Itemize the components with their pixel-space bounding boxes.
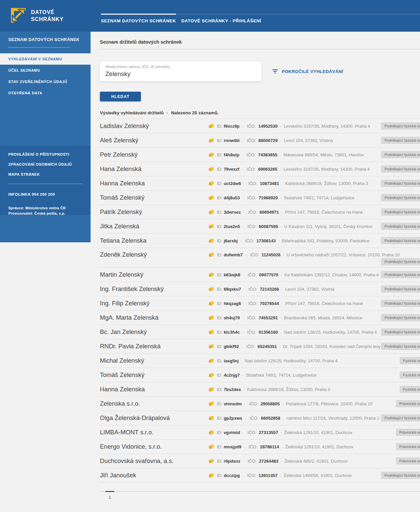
logo[interactable]: DATOVÉ SCHRÁNKY <box>10 7 64 25</box>
separator-dot: · <box>280 315 281 320</box>
ico-value: 28786114 <box>260 444 279 449</box>
sidebar-item-ucel-seznamu[interactable]: ÚČEL SEZNAMU <box>0 65 91 76</box>
id-value: vgvimid <box>224 430 240 435</box>
holder-address: náměstí Míru 117/16, Vinohrady, 12000, P… <box>286 416 379 421</box>
result-row[interactable]: Olga Želenská-Drápalová ID: gp2pxws · IČ… <box>100 411 420 425</box>
entity-type-badge: Podnikající fyzická osoba <box>381 180 420 187</box>
holder-details: ID: 3dwrsez · IČO: 60694971 · Příční 147… <box>209 210 363 215</box>
result-row[interactable]: Tomáš Zelenský ID: 4c2njg7 · Stolařská 7… <box>100 368 420 382</box>
databox-icon <box>209 373 214 377</box>
pagination-page-1[interactable]: 1 <box>105 495 114 500</box>
result-row[interactable]: Patrik Zelenský ID: 3dwrsez · IČO: 60694… <box>100 205 420 219</box>
holder-address: Levského 3197/35, Modřany, 14300, Praha … <box>283 167 370 172</box>
result-row[interactable]: Zdeněk Zelenský ID: dufwmb7 · IČO: 11245… <box>100 248 420 268</box>
entity-type-badge: Podnikající fyzická osoba <box>381 314 420 321</box>
result-row[interactable]: Bc. Jan Zelenský ID: ktc3h4c · IČO: 0135… <box>100 325 420 339</box>
databox-icon <box>209 430 214 435</box>
result-row[interactable]: Ing. František Zelenský ID: 69qxku7 · IČ… <box>100 282 420 296</box>
result-row[interactable]: Energo Vidonice, s.r.o. ID: mnsjyd9 · IČ… <box>100 440 420 454</box>
sidebar-item-stav-zverejnenych-udaju[interactable]: STAV ZVEŘEJNĚNÝCH ÚDAJŮ <box>0 76 91 87</box>
result-row[interactable]: MgA. Marta Zelenská ID: sh4uj79 · IČO: 7… <box>100 311 420 325</box>
id-label: ID: <box>217 416 222 421</box>
advanced-search-link[interactable]: POKROČILÉ VYHLEDÁVÁNÍ <box>272 69 343 74</box>
holder-details: ID: r9pdsnz · IČO: 27264483 · Želénská 4… <box>209 459 348 464</box>
result-row[interactable]: Zelenska s.r.o. ID: vtnnxdm · IČO: 29058… <box>100 397 420 411</box>
id-value: dcczipg <box>224 473 240 478</box>
holder-address: U vršovického nádraží 1057/22, Vršovice,… <box>286 252 399 257</box>
result-row[interactable]: LIMBA-MONT s.r.o. ID: vgvimid · IČO: 273… <box>100 425 420 440</box>
result-row[interactable]: Ladislav Zelenský ID: f9xcz9p · IČO: 149… <box>100 119 420 133</box>
result-row[interactable]: Jiří Janoušek ID: dcczipg · IČO: 1391145… <box>100 468 420 483</box>
holder-address: Želénská 1291/10, 41901, Duchcov <box>284 430 352 435</box>
result-row[interactable]: Jitka Zelenská ID: 2tue2n5 · IČO: 600875… <box>100 219 420 234</box>
result-row[interactable]: Michal Zelenský ID: iasg5nj · Nad údolím… <box>100 354 420 368</box>
databox-icon <box>209 138 214 143</box>
holder-name: Aleš Zelenský <box>100 137 209 144</box>
sidebar-title-block: SEZNAM DATOVÝCH SCHRÁNEK <box>0 32 91 53</box>
ico-label: IČO: <box>247 473 256 478</box>
databox-icon <box>209 459 214 463</box>
holder-name: Energo Vidonice, s.r.o. <box>100 443 209 450</box>
id-value: f4h8utp <box>224 152 239 157</box>
sidebar-item-vyhledavani-v-seznamu[interactable]: VYHLEDÁVÁNÍ V SEZNAMU <box>0 53 91 65</box>
id-label: ID: <box>217 430 222 435</box>
ico-group: · IČO: 65245351 <box>239 344 277 349</box>
result-row[interactable]: Hanna Zelenska ID: 7bs2dex · Kališnická … <box>100 382 420 397</box>
result-row[interactable]: Aleš Zelenský ID: rnnwtbt · IČO: 8800072… <box>100 133 420 148</box>
result-row[interactable]: RNDr. Pavla Zelenská ID: gbikf92 · IČO: … <box>100 339 420 354</box>
tab-datove-schranky-prihlaseni[interactable]: DATOVÉ SCHRÁNKY - PŘIHLÁŠENÍ <box>181 14 261 23</box>
page: { "header": { "logo_line1": "DATOVÉ", "l… <box>0 0 420 512</box>
separator-dot: · <box>280 195 281 200</box>
holder-name: Jitka Zelenská <box>100 223 209 230</box>
holder-name: Zdeněk Zelenský <box>100 251 209 258</box>
id-value: dufwmb7 <box>224 252 243 257</box>
holder-address: Levského 3197/35, Modřany, 14300, Praha … <box>284 124 370 129</box>
search-input[interactable]: Hledat jméno, adresu, IČO, ID schránky Z… <box>100 61 261 81</box>
databox-icon <box>209 224 214 229</box>
result-row[interactable]: Hana Zelenská ID: 79vexzf · IČO: 6906326… <box>100 162 420 176</box>
sidebar-footer: PROHLÁŠENÍ O PŘÍSTUPNOSTI ZPRACOVÁNÍ OSO… <box>0 146 91 215</box>
search-input-label: Hledat jméno, adresu, IČO, ID schránky <box>105 65 256 69</box>
holder-name: Duchcovská svařovna, a.s. <box>100 457 209 465</box>
ico-group: · IČO: 60087595 <box>240 224 278 229</box>
holder-details: ID: sh4uj79 · IČO: 74553291 · Braniborsk… <box>209 315 362 320</box>
entity-type-badge: Podnikající fyzická osoba <box>381 194 420 201</box>
result-row[interactable]: Ing. Filip Zelenský ID: hkqzag6 · IČO: 7… <box>100 296 420 311</box>
search-row: Hledat jméno, adresu, IČO, ID schránky Z… <box>100 61 420 81</box>
link-zpracovani-osobnich-udaju[interactable]: ZPRACOVÁNÍ OSOBNÍCH ÚDAJŮ <box>8 162 82 166</box>
result-row[interactable]: Tomáš Zelenský ID: d4j8u53 · IČO: 719689… <box>100 191 420 205</box>
ico-group: · IČO: 28786114 <box>241 444 279 449</box>
ico-group: · IČO: 88000729 <box>239 138 277 143</box>
id-label: ID: <box>217 287 222 292</box>
id-value: gp2pxws <box>224 416 242 421</box>
result-row[interactable]: Duchcovská svařovna, a.s. ID: r9pdsnz · … <box>100 454 420 468</box>
separator-dot: · <box>280 152 281 157</box>
holder-details: ID: gbikf92 · IČO: 65245351 · Dr. Trippé… <box>209 344 381 349</box>
id-value: vtnnxdm <box>224 401 242 406</box>
id-label: ID: <box>217 301 222 306</box>
result-row[interactable]: Martin Zelenský ID: k63wjk8 · IČO: 09077… <box>100 268 420 282</box>
id-value: sh4uj79 <box>224 315 240 320</box>
separator-dot: · <box>280 138 281 143</box>
result-row[interactable]: Hanna Zelenska ID: uct2dw6 · IČO: 108734… <box>100 176 420 191</box>
search-button[interactable]: HLEDAT <box>100 92 141 101</box>
tab-seznam-datovych-schranek[interactable]: SEZNAM DATOVÝCH SCHRÁNEK <box>101 14 176 23</box>
separator-dot: · <box>242 167 243 172</box>
link-prohlaseni-o-pristupnosti[interactable]: PROHLÁŠENÍ O PŘÍSTUPNOSTI <box>8 152 82 156</box>
entity-type-badge: Právnická osoba <box>396 429 420 436</box>
ico-label: IČO: <box>246 344 255 349</box>
result-row[interactable]: Petr Zelenský ID: f4h8utp · IČO: 7438365… <box>100 148 420 162</box>
result-row[interactable]: Tetiana Zelenska ID: j6arxbj · IČO: 1730… <box>100 234 420 248</box>
id-label: ID: <box>217 152 222 157</box>
holder-name: Jiří Janoušek <box>100 472 209 479</box>
id-value: mnsjyd9 <box>224 444 241 449</box>
databox-icon <box>209 239 214 243</box>
databox-icon <box>209 301 214 306</box>
databox-icon <box>209 181 214 186</box>
link-mapa-stranek[interactable]: MAPA STRÁNEK <box>8 172 82 176</box>
sidebar-item-otevrena-data[interactable]: OTEVŘENÁ DATA <box>0 87 91 99</box>
ico-group: · IČO: 11245026 <box>243 252 280 257</box>
entity-type-badge: Fyzická osoba <box>400 371 420 379</box>
separator-dot: · <box>244 401 245 406</box>
holder-address: Kališnická 2889/18, Žižkov, 13000, Praha… <box>247 387 330 392</box>
